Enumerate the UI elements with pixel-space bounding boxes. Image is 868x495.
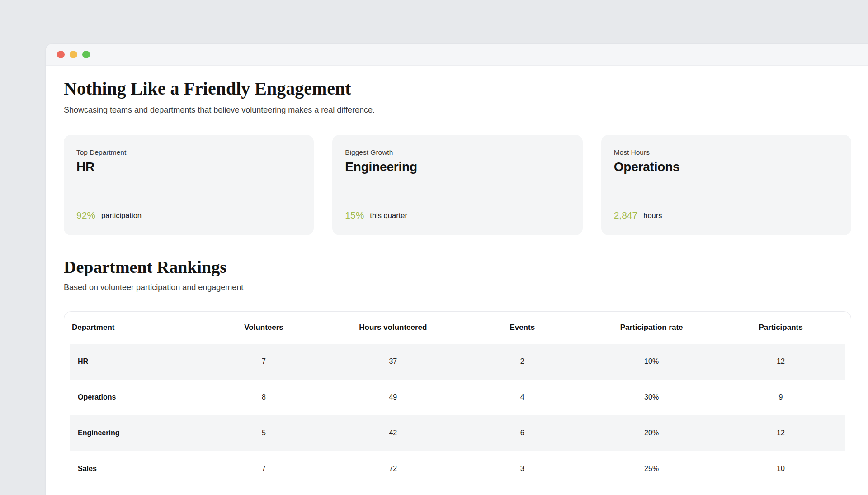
cell-events: 4 bbox=[458, 380, 587, 415]
cell-hours: 49 bbox=[328, 380, 458, 415]
cell-participants: 9 bbox=[716, 380, 845, 415]
cell-participants: 12 bbox=[716, 415, 845, 451]
cell-volunteers: 8 bbox=[199, 380, 329, 415]
table-row: Operations 8 49 4 30% 9 bbox=[70, 380, 845, 415]
table-header-row: Department Volunteers Hours volunteered … bbox=[70, 312, 845, 344]
window-close-button[interactable] bbox=[57, 51, 65, 58]
stat-card-most-hours: Most Hours Operations 2,847 hours bbox=[601, 135, 851, 235]
stat-number: 92% bbox=[76, 210, 95, 221]
cell-volunteers: 5 bbox=[199, 415, 329, 451]
window-minimize-button[interactable] bbox=[70, 51, 77, 58]
col-header-participants: Participants bbox=[716, 312, 845, 344]
cell-department: Engineering bbox=[70, 415, 199, 451]
cell-department: Operations bbox=[70, 380, 199, 415]
cell-volunteers: 7 bbox=[199, 344, 329, 380]
table-row: HR 7 37 2 10% 12 bbox=[70, 344, 845, 380]
stat-card-label: Most Hours bbox=[614, 148, 839, 157]
cell-participants: 12 bbox=[716, 344, 845, 380]
stat-unit: participation bbox=[101, 211, 142, 220]
page-subtitle: Showcasing teams and departments that be… bbox=[64, 105, 851, 116]
rankings-table: Department Volunteers Hours volunteered … bbox=[70, 312, 845, 487]
col-header-events: Events bbox=[458, 312, 587, 344]
stat-card-label: Top Department bbox=[76, 148, 301, 157]
cell-hours: 37 bbox=[328, 344, 458, 380]
cell-participation-rate: 30% bbox=[587, 380, 716, 415]
cell-participation-rate: 10% bbox=[587, 344, 716, 380]
cell-events: 6 bbox=[458, 415, 587, 451]
stat-number: 15% bbox=[345, 210, 364, 221]
stat-cards-row: Top Department HR 92% participation Bigg… bbox=[64, 135, 851, 235]
col-header-department: Department bbox=[70, 312, 199, 344]
cell-events: 2 bbox=[458, 344, 587, 380]
cell-participants: 10 bbox=[716, 451, 845, 487]
cell-participation-rate: 25% bbox=[587, 451, 716, 487]
stat-card-value: HR bbox=[76, 160, 301, 174]
cell-department: Sales bbox=[70, 451, 199, 487]
cell-hours: 42 bbox=[328, 415, 458, 451]
stat-card-label: Biggest Growth bbox=[345, 148, 570, 157]
stat-unit: this quarter bbox=[370, 211, 407, 220]
col-header-hours: Hours volunteered bbox=[328, 312, 458, 344]
stat-card-footer: 2,847 hours bbox=[614, 195, 839, 235]
stat-card-footer: 92% participation bbox=[76, 195, 301, 235]
stat-number: 2,847 bbox=[614, 210, 638, 221]
cell-department: HR bbox=[70, 344, 199, 380]
stat-card-footer: 15% this quarter bbox=[345, 195, 570, 235]
cell-events: 3 bbox=[458, 451, 587, 487]
table-row: Sales 7 72 3 25% 10 bbox=[70, 451, 845, 487]
rankings-table-card: Department Volunteers Hours volunteered … bbox=[64, 311, 851, 495]
cell-volunteers: 7 bbox=[199, 451, 329, 487]
cell-participation-rate: 20% bbox=[587, 415, 716, 451]
page-content: Nothing Like a Friendly Engagement Showc… bbox=[46, 66, 851, 495]
section-subtitle: Based on volunteer participation and eng… bbox=[64, 283, 851, 292]
stat-card-top-department: Top Department HR 92% participation bbox=[64, 135, 314, 235]
stat-card-biggest-growth: Biggest Growth Engineering 15% this quar… bbox=[332, 135, 582, 235]
stat-unit: hours bbox=[643, 211, 662, 220]
window-titlebar bbox=[46, 44, 868, 66]
table-row: Engineering 5 42 6 20% 12 bbox=[70, 415, 845, 451]
browser-window: Nothing Like a Friendly Engagement Showc… bbox=[46, 44, 868, 495]
page-title: Nothing Like a Friendly Engagement bbox=[64, 78, 851, 99]
col-header-volunteers: Volunteers bbox=[199, 312, 329, 344]
col-header-participation-rate: Participation rate bbox=[587, 312, 716, 344]
cell-hours: 72 bbox=[328, 451, 458, 487]
stat-card-value: Operations bbox=[614, 160, 839, 174]
window-maximize-button[interactable] bbox=[82, 51, 90, 58]
section-title: Department Rankings bbox=[64, 258, 851, 277]
stat-card-value: Engineering bbox=[345, 160, 570, 174]
